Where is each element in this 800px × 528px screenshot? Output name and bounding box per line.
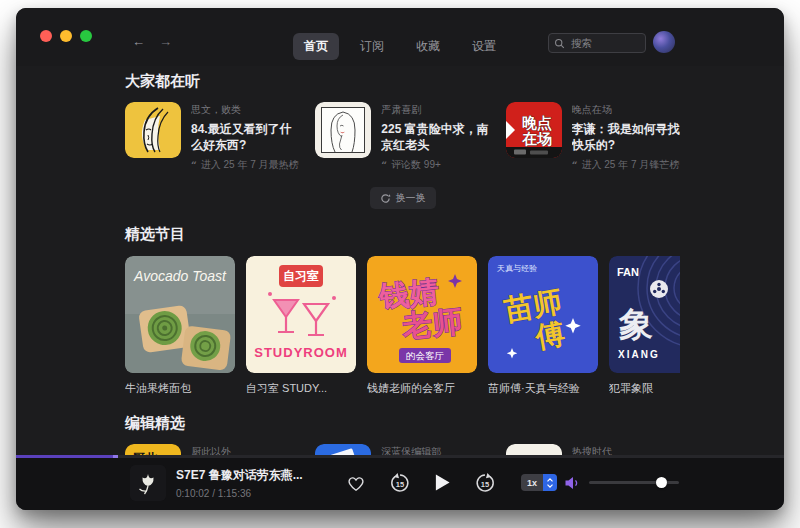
show-cover-miaoshifu[interactable]: 天真与经验 苗师 傅 <box>488 256 598 373</box>
back-button[interactable]: ← <box>132 34 145 49</box>
rewind-15-icon: 15 <box>389 472 411 494</box>
player-bar: S7E7 鲁豫对话劳东燕... 0:10:02 / 1:15:36 15 <box>16 455 784 510</box>
svg-text:XIANG: XIANG <box>618 349 660 360</box>
svg-text:傅: 傅 <box>532 317 567 354</box>
tab-subscriptions[interactable]: 订阅 <box>349 33 395 60</box>
show-item[interactable]: 天真与经验 苗师 傅 苗师傅·天真与经验 <box>488 256 598 396</box>
tab-favorites[interactable]: 收藏 <box>405 33 451 60</box>
play-icon <box>434 473 451 492</box>
player-controls: 15 15 1x <box>346 472 557 494</box>
rewind-15-button[interactable]: 15 <box>389 472 411 494</box>
refresh-button[interactable]: 换一换 <box>370 187 436 209</box>
app-window: ← → 首页 订阅 收藏 设置 大家都在听 <box>16 8 784 510</box>
show-item[interactable]: 钱婧 老师 的会客厅 钱婧老师的会客厅 <box>367 256 477 396</box>
stepper-chevrons-icon <box>546 477 554 489</box>
heart-icon <box>346 474 366 492</box>
show-caption: 苗师傅·天真与经验 <box>488 381 598 396</box>
episode-card[interactable]: 深蓝保编辑部 EP30 没社保，古人是怎么养老的? 几千年前的老祖宗们太超... <box>315 444 489 455</box>
progress-handle[interactable] <box>113 455 118 458</box>
episode-card[interactable]: 思文，败类 84.最近又看到了什么好东西? “ 进入 25 年 7 月最热榜 <box>125 102 299 172</box>
episode-meta: “ 评论数 99+ <box>381 153 489 172</box>
now-playing-cover[interactable] <box>130 465 166 501</box>
svg-text:Avocado Toast: Avocado Toast <box>133 268 227 284</box>
main-nav: 首页 订阅 收藏 设置 <box>293 33 507 60</box>
featured-shelf: Avocado Toast <box>125 256 680 396</box>
show-caption: 犯罪象限 <box>609 381 680 396</box>
svg-text:的会客厅: 的会客厅 <box>406 350 444 361</box>
show-cover-qianjing[interactable]: 钱婧 老师 的会客厅 <box>367 256 477 373</box>
now-playing-time: 0:10:02 / 1:15:36 <box>176 488 303 499</box>
episode-meta: “ 进入 25 年 7 月锋芒榜 <box>572 153 680 172</box>
podcast-cover-comedy[interactable] <box>315 102 371 158</box>
episode-card[interactable]: 晚点 在场 晚点在场 李谦：我是如何寻找快乐的? “ 进入 25 年 7 月锋芒… <box>506 102 680 172</box>
search-input[interactable] <box>569 36 633 50</box>
volume-control <box>564 476 679 490</box>
speaker-icon[interactable] <box>564 476 580 490</box>
podcast-name: 厨此以外 <box>191 445 299 455</box>
main-content: 大家都在听 思文，败类 84.最近又看到了什 <box>16 66 784 455</box>
episode-title: 李谦：我是如何寻找快乐的? <box>572 122 680 153</box>
trending-row: 思文，败类 84.最近又看到了什么好东西? “ 进入 25 年 7 月最热榜 <box>125 102 680 172</box>
podcast-cover-siwen[interactable] <box>125 102 181 158</box>
now-playing-title[interactable]: S7E7 鲁豫对话劳东燕... <box>176 467 303 484</box>
svg-text:天真与经验: 天真与经验 <box>497 264 537 273</box>
show-item[interactable]: FAN 象 XIANG 犯罪象限 <box>609 256 680 396</box>
svg-text:老师: 老师 <box>400 304 464 343</box>
episode-card[interactable]: 热搜 时代 热搜时代 Vol.11 谁炸穿了充电宝行业 | 对话锂电池专家墨柯 <box>506 444 680 455</box>
svg-text:FAN: FAN <box>617 266 639 278</box>
section-title-editors: 编辑精选 <box>125 414 680 433</box>
speed-stepper[interactable] <box>543 474 557 491</box>
show-item[interactable]: 自习室 STUDYROOM 自习室 STUDY... <box>246 256 356 396</box>
seek-bar[interactable] <box>16 455 784 458</box>
like-button[interactable] <box>346 474 366 492</box>
svg-text:象: 象 <box>618 305 653 343</box>
show-caption: 牛油果烤面包 <box>125 381 235 396</box>
minimize-window-button[interactable] <box>60 30 72 42</box>
podcast-name: 严肃喜剧 <box>381 103 489 117</box>
play-button[interactable] <box>434 473 451 492</box>
titlebar: ← → 首页 订阅 收藏 设置 <box>16 8 784 66</box>
maximize-window-button[interactable] <box>80 30 92 42</box>
episode-meta: “ 进入 25 年 7 月最热榜 <box>191 153 299 172</box>
podcast-cover-resou[interactable]: 热搜 时代 <box>506 444 562 455</box>
forward-15-button[interactable]: 15 <box>474 472 496 494</box>
podcast-name: 晚点在场 <box>572 103 680 117</box>
avatar[interactable] <box>653 31 675 53</box>
tab-home[interactable]: 首页 <box>293 33 339 60</box>
podcast-cover-wandian[interactable]: 晚点 在场 <box>506 102 562 158</box>
show-cover-avocado[interactable]: Avocado Toast <box>125 256 235 373</box>
quote-icon: “ <box>191 159 197 170</box>
refresh-icon <box>380 193 391 204</box>
search-icon <box>554 38 565 49</box>
forward-15-icon: 15 <box>474 472 496 494</box>
search-box[interactable] <box>548 33 646 53</box>
show-item[interactable]: Avocado Toast <box>125 256 235 396</box>
quote-icon: “ <box>381 159 387 170</box>
podcast-name: 思文，败类 <box>191 103 299 117</box>
editors-row: 厨此 以外 厨此以外 81. 饭局的边界和「局长」的权力 <box>125 444 680 455</box>
podcast-name: 深蓝保编辑部 <box>381 445 489 455</box>
svg-text:自习室: 自习室 <box>283 269 319 283</box>
svg-text:15: 15 <box>481 479 489 488</box>
episode-title: 225 富贵险中求，南京红老头 <box>381 122 489 153</box>
quote-icon: “ <box>572 159 578 170</box>
volume-knob[interactable] <box>656 477 667 488</box>
forward-button[interactable]: → <box>159 34 172 49</box>
close-window-button[interactable] <box>40 30 52 42</box>
svg-text:在场: 在场 <box>521 130 552 147</box>
episode-title: 84.最近又看到了什么好东西? <box>191 122 299 153</box>
svg-text:STUDYROOM: STUDYROOM <box>254 345 348 360</box>
show-cover-fanzui[interactable]: FAN 象 XIANG <box>609 256 680 373</box>
playback-speed-select[interactable]: 1x <box>521 474 557 491</box>
episode-card[interactable]: 厨此 以外 厨此以外 81. 饭局的边界和「局长」的权力 <box>125 444 299 455</box>
show-cover-studyroom[interactable]: 自习室 STUDYROOM <box>246 256 356 373</box>
volume-slider[interactable] <box>589 481 679 484</box>
show-caption: 自习室 STUDY... <box>246 381 356 396</box>
podcast-cover-chuci[interactable]: 厨此 以外 <box>125 444 181 455</box>
episode-card[interactable]: 严肃喜剧 225 富贵险中求，南京红老头 “ 评论数 99+ <box>315 102 489 172</box>
podcast-cover-shenlanbao[interactable] <box>315 444 371 455</box>
tab-settings[interactable]: 设置 <box>461 33 507 60</box>
show-caption: 钱婧老师的会客厅 <box>367 381 477 396</box>
svg-text:15: 15 <box>396 479 404 488</box>
podcast-name: 热搜时代 <box>572 445 680 455</box>
